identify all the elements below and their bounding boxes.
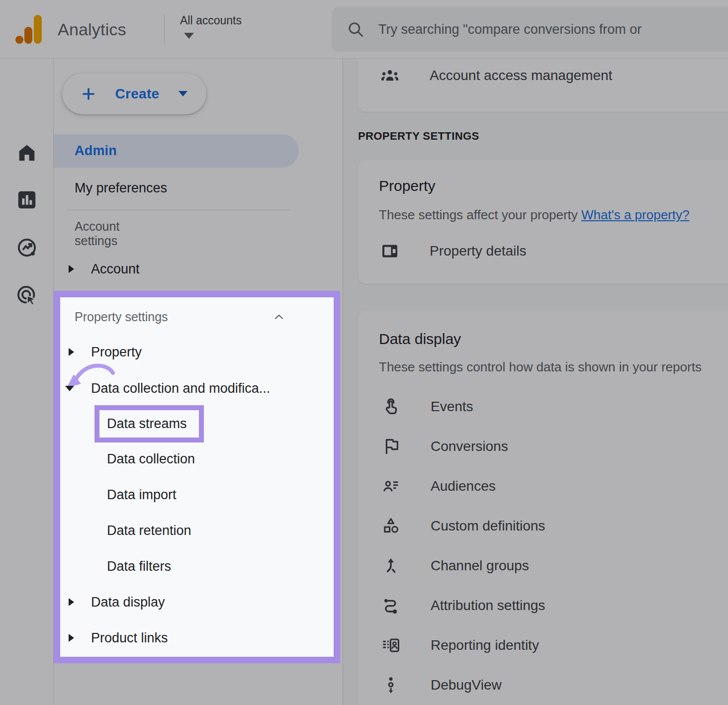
sidebar-item-data-filters[interactable]: Data filters bbox=[60, 551, 334, 582]
data-streams-label: Data streams bbox=[107, 416, 187, 432]
sidebar-item-product-links[interactable]: Product links bbox=[60, 622, 334, 653]
data-display-label: Data display bbox=[91, 595, 165, 610]
data-retention-label: Data retention bbox=[107, 523, 191, 538]
property-settings-highlight-box: Property settings Property Data collecti… bbox=[54, 291, 340, 663]
property-settings-label: Property settings bbox=[75, 310, 168, 324]
data-collection-parent-label: Data collection and modifica... bbox=[91, 381, 270, 396]
chevron-up-icon[interactable] bbox=[273, 311, 285, 323]
sidebar-section-property-settings[interactable]: Property settings bbox=[60, 301, 334, 332]
sidebar-item-data-streams[interactable]: Data streams bbox=[94, 405, 204, 442]
expand-triangle-icon[interactable] bbox=[69, 634, 74, 642]
data-collection-label: Data collection bbox=[107, 451, 195, 467]
sidebar-item-data-collection[interactable]: Data collection bbox=[60, 443, 334, 474]
sidebar-item-data-collection-modification[interactable]: Data collection and modifica... bbox=[60, 373, 334, 404]
property-label: Property bbox=[91, 345, 142, 360]
sidebar-item-data-display[interactable]: Data display bbox=[60, 587, 334, 617]
collapse-triangle-icon[interactable] bbox=[65, 386, 74, 391]
ga-admin-screen: Analytics All accounts bbox=[0, 0, 728, 705]
expand-triangle-icon[interactable] bbox=[69, 598, 74, 606]
expand-triangle-icon[interactable] bbox=[69, 348, 74, 356]
data-import-label: Data import bbox=[107, 487, 177, 503]
product-links-label: Product links bbox=[91, 630, 168, 646]
sidebar-item-data-retention[interactable]: Data retention bbox=[60, 515, 334, 546]
data-filters-label: Data filters bbox=[107, 559, 171, 574]
sidebar-item-data-import[interactable]: Data import bbox=[60, 479, 334, 510]
